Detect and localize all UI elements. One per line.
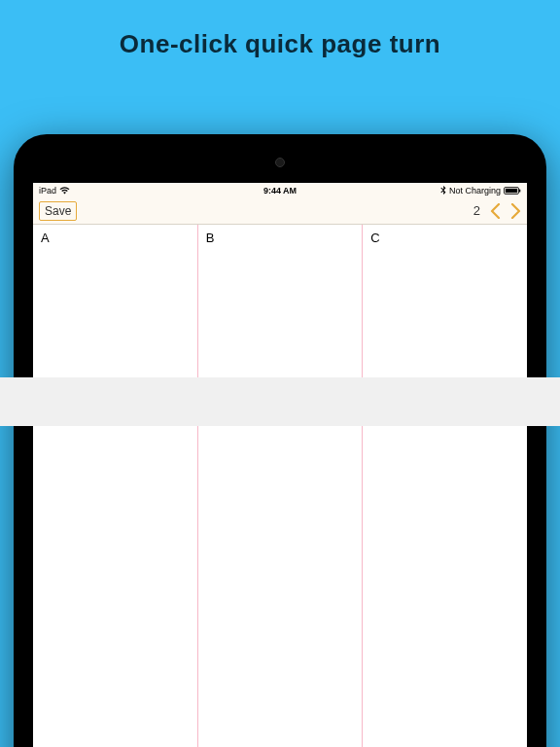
save-button[interactable]: Save xyxy=(39,201,77,221)
next-page-button[interactable] xyxy=(510,203,521,219)
device-camera xyxy=(275,158,285,167)
carrier-label: iPad xyxy=(39,186,56,196)
device-screen: iPad 9:44 AM Not Charging Save 2 xyxy=(33,183,527,747)
promo-headline: One-click quick page turn xyxy=(0,0,560,59)
battery-icon xyxy=(504,187,521,195)
status-bar: iPad 9:44 AM Not Charging xyxy=(33,183,527,197)
page-number: 2 xyxy=(473,203,480,218)
clock-label: 9:44 AM xyxy=(263,186,297,196)
prev-page-button[interactable] xyxy=(490,203,501,219)
charging-label: Not Charging xyxy=(449,186,501,196)
column-b[interactable]: B xyxy=(197,225,363,747)
content-area: A B C xyxy=(33,225,527,747)
column-a[interactable]: A xyxy=(33,225,197,747)
wifi-icon xyxy=(59,187,70,195)
tablet-frame: iPad 9:44 AM Not Charging Save 2 xyxy=(14,134,546,747)
svg-rect-2 xyxy=(519,189,520,192)
svg-rect-1 xyxy=(506,188,517,192)
toolbar: Save 2 xyxy=(33,197,527,225)
bluetooth-icon xyxy=(440,186,446,195)
column-c[interactable]: C xyxy=(362,225,527,747)
